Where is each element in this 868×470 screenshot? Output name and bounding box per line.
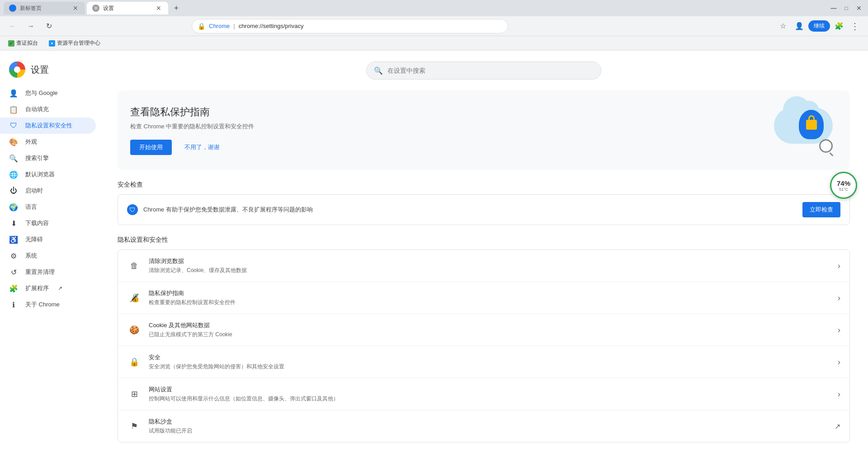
tab-newtab-close[interactable]: ✕: [71, 4, 80, 12]
download-icon: ⬇: [9, 219, 18, 228]
search-box[interactable]: 🔍: [366, 61, 601, 80]
lock-arch: [808, 115, 815, 122]
bookmark-verify[interactable]: ✓ 查证拟台: [5, 38, 41, 48]
privacy-settings-title: 隐私设置和安全性: [118, 236, 850, 244]
search-container: 🔍: [118, 61, 850, 80]
settings-item-privacy-sandbox[interactable]: ⚑ 隐私沙盒 试用版功能已开启 ↗: [118, 410, 849, 442]
sidebar-item-autofill[interactable]: 📋 自动填充: [0, 101, 96, 118]
search-input[interactable]: [387, 67, 594, 74]
person-icon: 👤: [9, 89, 18, 98]
tab-settings-close[interactable]: ✕: [155, 4, 163, 12]
forward-button[interactable]: →: [24, 19, 38, 33]
maximize-button[interactable]: □: [841, 3, 852, 14]
sidebar-item-about[interactable]: ℹ 关于 Chrome: [0, 296, 96, 313]
sidebar-label-downloads: 下载内容: [25, 219, 49, 227]
tab-settings[interactable]: ⚙ 设置 ✕: [87, 2, 168, 14]
globe-icon: 🌐: [9, 170, 18, 179]
sidebar-item-startup[interactable]: ⏻ 启动时: [0, 183, 96, 199]
menu-button[interactable]: ⋮: [848, 19, 863, 33]
dismiss-button[interactable]: 不用了，谢谢: [177, 140, 227, 155]
close-button[interactable]: ✕: [854, 3, 864, 14]
security-title: 安全: [149, 353, 838, 362]
site-settings-desc: 控制网站可以使用和显示什么信息（如位置信息、摄像头、弹出式窗口及其他）: [149, 395, 838, 403]
start-using-button[interactable]: 开始使用: [130, 140, 172, 155]
browser-frame: 新标签页 ✕ ⚙ 设置 ✕ + ─ □ ✕ ← → ↻ 🔒 Chrome | c…: [0, 0, 868, 470]
cookies-desc: 已阻止无痕模式下的第三方 Cookie: [149, 331, 838, 338]
sidebar-label-extensions: 扩展程序: [25, 284, 49, 292]
privacy-guide-title: 查看隐私保护指南: [130, 105, 254, 119]
sidebar-item-system[interactable]: ⚙ 系统: [0, 248, 96, 264]
toolbar-right: ☆ 👤 继续 🧩 ⋮: [776, 19, 863, 33]
sidebar-label-autofill: 自动填充: [25, 105, 49, 113]
cookie-icon: 🍪: [127, 323, 142, 337]
account-button[interactable]: 👤: [792, 19, 807, 33]
sidebar-item-languages[interactable]: 🌍 语言: [0, 199, 96, 215]
settings-item-security[interactable]: 🔒 安全 安全浏览（保护您免受危险网站的侵害）和其他安全设置 ›: [118, 346, 849, 378]
arrow-icon-0: ›: [838, 261, 840, 271]
new-tab-button[interactable]: +: [170, 2, 183, 14]
privacy-guide-item-text: 隐私保护指南 检查重要的隐私控制设置和安全控件: [149, 289, 838, 306]
description-icon: 📋: [9, 105, 18, 114]
sidebar-item-google[interactable]: 👤 您与 Google: [0, 85, 96, 101]
sidebar-item-browser[interactable]: 🌐 默认浏览器: [0, 166, 96, 183]
shield-icon: 🛡: [9, 121, 18, 130]
sidebar-label-languages: 语言: [25, 203, 37, 211]
back-button[interactable]: ←: [5, 19, 20, 33]
accessibility-icon: ♿: [9, 235, 18, 244]
delete-icon: 🗑: [127, 258, 142, 273]
external-link-icon: ↗: [58, 285, 62, 291]
toolbar: ← → ↻ 🔒 Chrome | chrome://settings/priva…: [0, 16, 868, 36]
sidebar-item-downloads[interactable]: ⬇ 下载内容: [0, 215, 96, 231]
settings-item-site-settings[interactable]: ⊞ 网站设置 控制网站可以使用和显示什么信息（如位置信息、摄像头、弹出式窗口及其…: [118, 378, 849, 410]
cookies-title: Cookie 及其他网站数据: [149, 321, 838, 329]
settings-item-clear-browsing[interactable]: 🗑 清除浏览数据 清除浏览记录、Cookie、缓存及其他数据 ›: [118, 250, 849, 282]
check-now-button[interactable]: 立即检查: [802, 202, 840, 217]
address-bar[interactable]: 🔒 Chrome | chrome://settings/privacy: [192, 19, 508, 33]
bookmarks-bar: ✓ 查证拟台 ● 资源平台管理中心: [0, 36, 868, 51]
bookmark-verify-label: 查证拟台: [16, 39, 38, 47]
safety-check-card: 🛡 Chrome 有助于保护您免受数据泄露、不良扩展程序等问题的影响 立即检查: [118, 194, 850, 225]
sidebar-item-appearance[interactable]: 🎨 外观: [0, 134, 96, 150]
settings-item-cookies[interactable]: 🍪 Cookie 及其他网站数据 已阻止无痕模式下的第三方 Cookie ›: [118, 314, 849, 346]
privacy-guide-item-title: 隐私保护指南: [149, 289, 838, 297]
chrome-label: Chrome: [209, 23, 230, 29]
main-content: 设置 👤 您与 Google 📋 自动填充 🛡 隐私设置和安全性 🎨 外观 🔍 …: [0, 51, 868, 470]
profile-button[interactable]: 继续: [808, 20, 830, 32]
bookmark-resource[interactable]: ● 资源平台管理中心: [46, 38, 103, 48]
arrow-icon-3: ›: [838, 357, 840, 367]
site-settings-text: 网站设置 控制网站可以使用和显示什么信息（如位置信息、摄像头、弹出式窗口及其他）: [149, 385, 838, 403]
clear-browsing-text: 清除浏览数据 清除浏览记录、Cookie、缓存及其他数据: [149, 257, 838, 274]
address-url: chrome://settings/privacy: [239, 23, 304, 29]
bookmark-resource-label: 资源平台管理中心: [57, 39, 100, 47]
sidebar-item-extensions[interactable]: 🧩 扩展程序 ↗: [0, 280, 96, 296]
clear-browsing-title: 清除浏览数据: [149, 257, 838, 265]
privacy-guide-actions: 开始使用 不用了，谢谢: [130, 140, 254, 155]
chrome-logo: [9, 61, 25, 78]
privacy-guide-text: 查看隐私保护指南 检查 Chrome 中重要的隐私控制设置和安全控件 开始使用 …: [130, 105, 254, 155]
search-nav-icon: 🔍: [9, 154, 18, 163]
search-icon: 🔍: [374, 66, 383, 75]
sidebar-label-browser: 默认浏览器: [25, 170, 55, 179]
arrow-icon-1: ›: [838, 293, 840, 303]
sidebar-item-privacy[interactable]: 🛡 隐私设置和安全性: [0, 118, 96, 134]
sidebar: 设置 👤 您与 Google 📋 自动填充 🛡 隐私设置和安全性 🎨 外观 🔍 …: [0, 51, 99, 470]
sidebar-item-search[interactable]: 🔍 搜索引擎: [0, 150, 96, 166]
bookmark-star-button[interactable]: ☆: [776, 19, 790, 33]
magnifier-icon: [819, 139, 833, 153]
safety-section-title: 安全检查: [118, 181, 850, 189]
cookies-text: Cookie 及其他网站数据 已阻止无痕模式下的第三方 Cookie: [149, 321, 838, 338]
sandbox-icon: ⚑: [127, 419, 142, 433]
privacy-sandbox-title: 隐私沙盒: [149, 418, 835, 426]
settings-item-privacy-guide[interactable]: 🔏 隐私保护指南 检查重要的隐私控制设置和安全控件 ›: [118, 282, 849, 314]
bookmark-verify-icon: ✓: [8, 40, 14, 47]
sidebar-item-accessibility[interactable]: ♿ 无障碍: [0, 231, 96, 248]
tab-newtab[interactable]: 新标签页 ✕: [4, 2, 85, 14]
language-icon: 🌍: [9, 202, 18, 212]
sidebar-label-reset: 重置并清理: [25, 268, 55, 276]
sidebar-item-reset[interactable]: ↺ 重置并清理: [0, 264, 96, 280]
reload-button[interactable]: ↻: [42, 19, 56, 33]
arrow-icon-2: ›: [838, 325, 840, 335]
minimize-button[interactable]: ─: [828, 3, 839, 14]
extension-button[interactable]: 🧩: [832, 19, 846, 33]
security-desc: 安全浏览（保护您免受危险网站的侵害）和其他安全设置: [149, 363, 838, 371]
